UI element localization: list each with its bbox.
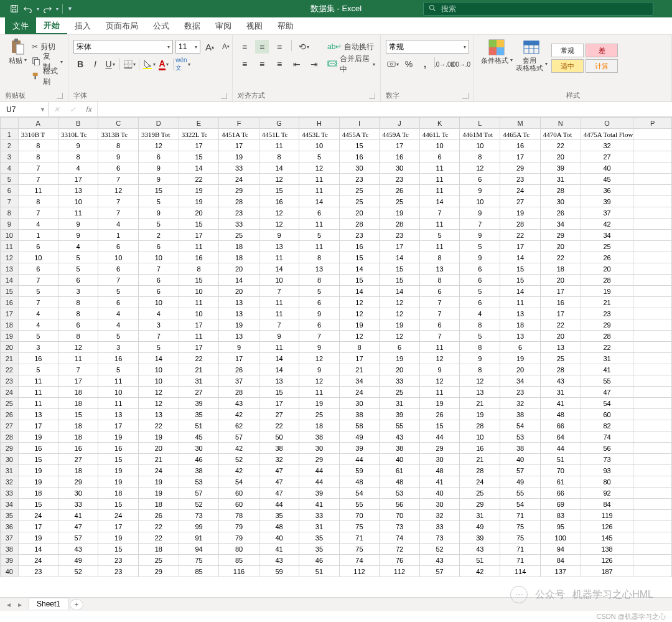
- cell[interactable]: 92: [581, 488, 633, 499]
- cell[interactable]: 6: [299, 207, 339, 219]
- cell[interactable]: 29: [500, 163, 541, 174]
- cell[interactable]: 13: [500, 331, 541, 342]
- cell[interactable]: 19: [380, 207, 420, 219]
- cell[interactable]: 119: [581, 510, 633, 521]
- cell[interactable]: 9: [460, 230, 500, 241]
- bold-button[interactable]: B: [73, 57, 87, 71]
- cell[interactable]: 25: [380, 196, 420, 207]
- row-header[interactable]: 13: [1, 263, 19, 275]
- cell[interactable]: 11: [259, 297, 299, 308]
- col-header[interactable]: L: [460, 118, 500, 129]
- cell[interactable]: 11: [299, 185, 339, 196]
- align-middle-icon[interactable]: ≡: [255, 40, 269, 54]
- cell[interactable]: 7: [58, 364, 98, 375]
- cell[interactable]: 19: [18, 431, 58, 443]
- cell[interactable]: 11: [419, 185, 459, 196]
- cell[interactable]: 82: [581, 420, 633, 431]
- row-header[interactable]: 27: [1, 420, 19, 431]
- cell[interactable]: 8: [460, 319, 500, 331]
- cell[interactable]: 15: [58, 409, 98, 420]
- cell[interactable]: 73: [380, 521, 420, 532]
- cell[interactable]: 10: [138, 297, 179, 308]
- cell[interactable]: 17: [179, 140, 218, 151]
- cell[interactable]: 41: [581, 364, 633, 375]
- cell[interactable]: 6: [138, 151, 179, 163]
- cell[interactable]: 4: [18, 219, 58, 230]
- cell[interactable]: 19: [380, 353, 420, 364]
- orientation-icon[interactable]: ⟲▾: [297, 40, 310, 54]
- cell[interactable]: 33: [380, 375, 420, 387]
- cell[interactable]: [633, 185, 672, 196]
- paste-button[interactable]: 粘贴▾: [5, 37, 30, 64]
- cell[interactable]: 6: [460, 263, 500, 275]
- cell[interactable]: 56: [380, 499, 420, 510]
- cell[interactable]: 13: [138, 409, 179, 420]
- cell[interactable]: 14: [380, 286, 420, 297]
- cell[interactable]: 44: [540, 443, 581, 454]
- cell[interactable]: 4461M Tot: [460, 129, 500, 140]
- cell[interactable]: 20: [540, 241, 581, 252]
- cell[interactable]: 85: [219, 555, 259, 566]
- cell[interactable]: 51: [299, 566, 339, 577]
- cell[interactable]: 39: [380, 409, 420, 420]
- row-header[interactable]: 18: [1, 319, 19, 331]
- cell[interactable]: [633, 353, 672, 364]
- cell[interactable]: 17: [179, 230, 218, 241]
- cell[interactable]: 59: [259, 566, 299, 577]
- cell[interactable]: 91: [179, 532, 218, 544]
- cell[interactable]: 17: [259, 398, 299, 409]
- cell[interactable]: 20: [219, 286, 259, 297]
- cell[interactable]: 70: [339, 510, 380, 521]
- tab-home[interactable]: 开始: [36, 17, 67, 34]
- cell[interactable]: 4: [18, 319, 58, 331]
- cell[interactable]: 12: [460, 375, 500, 387]
- cell[interactable]: 30: [380, 163, 420, 174]
- cell[interactable]: 20: [219, 263, 259, 275]
- cell[interactable]: 48: [380, 476, 420, 488]
- cell[interactable]: 6: [419, 319, 459, 331]
- cell[interactable]: 18: [219, 241, 259, 252]
- cell[interactable]: 52: [179, 499, 218, 510]
- cell[interactable]: 23: [339, 174, 380, 185]
- style-bad[interactable]: 差: [586, 44, 618, 57]
- cell[interactable]: 24: [219, 174, 259, 185]
- cell[interactable]: 27: [500, 196, 541, 207]
- cell[interactable]: 38: [179, 465, 218, 476]
- cell[interactable]: 74: [380, 532, 420, 544]
- cell[interactable]: 73: [179, 510, 218, 521]
- cell[interactable]: 55: [339, 499, 380, 510]
- cell[interactable]: 11: [259, 342, 299, 353]
- cell[interactable]: 9: [259, 331, 299, 342]
- cell[interactable]: 5: [419, 230, 459, 241]
- cell[interactable]: 11: [18, 387, 58, 398]
- cell[interactable]: 18: [98, 488, 139, 499]
- formula-input[interactable]: [98, 102, 672, 116]
- cell[interactable]: [633, 252, 672, 263]
- cell[interactable]: 53: [380, 488, 420, 499]
- cell[interactable]: 24: [138, 465, 179, 476]
- cell[interactable]: 19: [98, 532, 139, 544]
- cell[interactable]: 7: [138, 331, 179, 342]
- cell[interactable]: 17: [18, 521, 58, 532]
- search-box[interactable]: 搜索: [423, 2, 653, 16]
- cell[interactable]: 30: [419, 454, 459, 465]
- cell[interactable]: 19: [179, 196, 218, 207]
- cell[interactable]: 34: [540, 219, 581, 230]
- undo-dropdown-icon[interactable]: ▾: [37, 6, 39, 12]
- cell[interactable]: 54: [500, 420, 541, 431]
- cell[interactable]: 95: [540, 521, 581, 532]
- cell[interactable]: 33: [219, 219, 259, 230]
- cell[interactable]: 9: [138, 174, 179, 185]
- cell[interactable]: 4: [138, 308, 179, 319]
- cell[interactable]: 35: [259, 510, 299, 521]
- cell[interactable]: 30: [58, 488, 98, 499]
- cell[interactable]: 3322L Tc: [179, 129, 218, 140]
- cell[interactable]: 12: [138, 398, 179, 409]
- row-header[interactable]: 15: [1, 286, 19, 297]
- cell[interactable]: 25: [581, 241, 633, 252]
- cell[interactable]: 55: [500, 488, 541, 499]
- cell[interactable]: 16: [339, 241, 380, 252]
- cell[interactable]: 31: [540, 387, 581, 398]
- cell[interactable]: 12: [98, 185, 139, 196]
- cell[interactable]: 4451L Tc: [259, 129, 299, 140]
